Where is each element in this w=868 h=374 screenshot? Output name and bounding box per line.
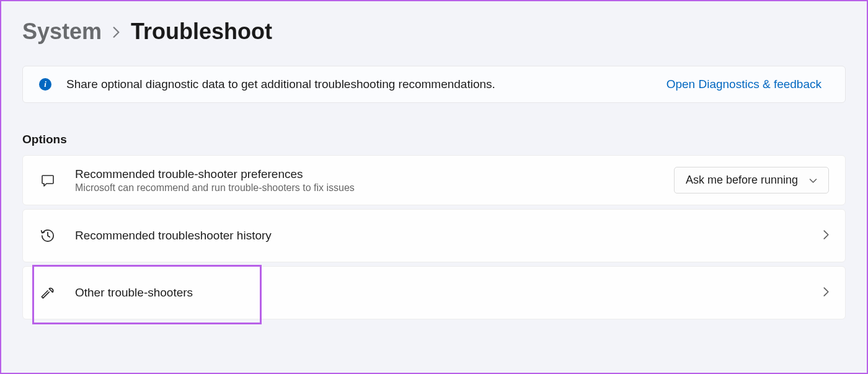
option-preferences-sub: Microsoft can recommend and run trouble-… — [75, 182, 674, 194]
option-preferences-title: Recommended trouble-shooter preferences — [75, 167, 674, 181]
section-title-options: Options — [22, 133, 846, 146]
chevron-right-icon — [823, 287, 829, 299]
chevron-down-icon — [809, 174, 817, 187]
dropdown-value: Ask me before running — [686, 174, 798, 187]
page-title: Troubleshoot — [131, 19, 272, 45]
info-icon: i — [39, 78, 51, 91]
option-preferences[interactable]: Recommended trouble-shooter preferences … — [22, 155, 846, 205]
history-icon — [39, 227, 56, 244]
preferences-dropdown[interactable]: Ask me before running — [674, 167, 829, 194]
info-text: Share optional diagnostic data to get ad… — [66, 78, 654, 91]
breadcrumb: System Troubleshoot — [22, 19, 846, 45]
wrench-icon — [39, 284, 56, 301]
option-other-title: Other trouble-shooters — [75, 286, 823, 300]
chevron-right-icon — [113, 25, 120, 42]
option-history[interactable]: Recommended troubleshooter history — [22, 209, 846, 262]
info-banner: i Share optional diagnostic data to get … — [22, 66, 846, 103]
open-diagnostics-link[interactable]: Open Diagnostics & feedback — [666, 78, 822, 91]
comment-icon — [39, 172, 56, 189]
chevron-right-icon — [823, 230, 829, 242]
option-history-title: Recommended troubleshooter history — [75, 229, 823, 243]
option-other-troubleshooters[interactable]: Other trouble-shooters — [22, 266, 846, 319]
breadcrumb-parent[interactable]: System — [22, 19, 102, 45]
